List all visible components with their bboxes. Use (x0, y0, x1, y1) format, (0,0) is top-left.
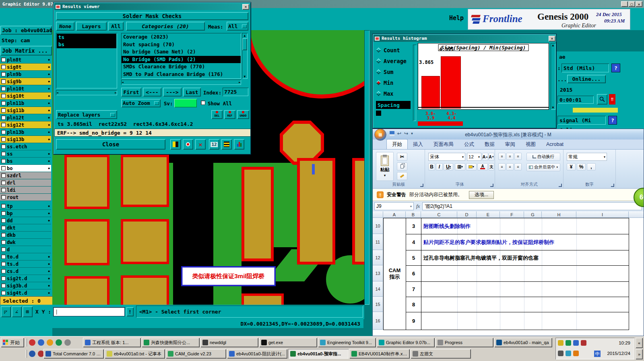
rv-category[interactable]: Coverage (2023) (122, 33, 241, 41)
task-button[interactable]: 左措文 (411, 349, 471, 359)
align-middle-button[interactable]: ≡ (506, 153, 514, 160)
comma-button[interactable]: , (587, 163, 596, 170)
layer-checkbox[interactable] (1, 204, 6, 208)
layer-row-dkb[interactable]: dkb (0, 232, 51, 239)
rv-category[interactable]: SMD to Pad Clearance Bridge (176) (122, 71, 241, 78)
side-units-box[interactable]: Std (Mils) (561, 64, 609, 72)
layer-row-cs.d[interactable]: cs.d◆ (0, 268, 51, 275)
layer-row-drl[interactable]: drl (0, 179, 51, 187)
task-button[interactable]: 工程系统 版本: 1... (83, 338, 141, 347)
rv-filter-none[interactable]: None (56, 22, 74, 31)
layer-row-bs[interactable]: bs◆ (0, 158, 51, 165)
rv-auto-zoom-dropdown[interactable]: Auto Zoom (121, 99, 161, 107)
borders-button[interactable]: ⊞▾ (455, 163, 465, 170)
rv-count-button[interactable]: 12 (209, 139, 219, 150)
col-header-I[interactable]: I (576, 211, 629, 218)
currency-button[interactable]: ¥ (567, 163, 576, 170)
rv-index-input[interactable]: 7725 (223, 88, 248, 96)
rv-last-button[interactable]: Last (183, 88, 201, 96)
histogram-bar-1[interactable] (421, 76, 440, 109)
layer-checkbox[interactable] (1, 195, 6, 199)
scroll-down-icon[interactable]: ▼ (242, 74, 248, 79)
font-size-combo[interactable]: 12▾ (467, 153, 481, 161)
layer-checkbox[interactable] (1, 226, 6, 230)
rv-layer-listbox[interactable]: ts bs (56, 33, 117, 88)
fx-icon[interactable]: fx (416, 203, 420, 209)
rv-close-button[interactable]: Close (56, 139, 165, 150)
cell-B15[interactable]: 8 (406, 297, 421, 312)
quick-launch-icon[interactable] (29, 351, 35, 357)
paste-button[interactable]: 粘贴 ▾ (376, 152, 394, 181)
dialog-launcher-icon[interactable] (611, 184, 614, 187)
layer-row-sig11b[interactable]: sig11b◆ (0, 107, 51, 114)
cut-button[interactable]: ✂ (397, 153, 407, 161)
hist-stat-average[interactable]: Average (377, 55, 412, 66)
select-all-corner[interactable] (373, 211, 383, 218)
formula-input[interactable]: '图2(fig2)'!A1 (422, 202, 642, 210)
align-top-button[interactable]: ≡ (498, 153, 506, 160)
row-header-13[interactable]: 13 (373, 265, 383, 281)
layer-row-szdrl[interactable]: szdrl (0, 172, 51, 179)
task-button-active[interactable]: eb4vu001a0-预审指... (288, 349, 349, 359)
tray-icon[interactable] (566, 351, 571, 356)
rv-category[interactable]: No Bridge (SMD Pads) (2) (122, 56, 241, 64)
tray-icon[interactable] (566, 340, 571, 346)
tray-icon[interactable] (581, 340, 586, 346)
xy-input[interactable]: | (53, 307, 125, 316)
col-header-C[interactable]: C (421, 211, 457, 218)
rv-layer-hscrollbar[interactable]: ◄► (56, 90, 117, 95)
col-header-E[interactable]: E (477, 211, 500, 218)
layer-row-ss.etch[interactable]: ss.etch (0, 143, 51, 150)
help-icon[interactable]: ? (608, 116, 617, 125)
quick-launch-icon[interactable] (47, 339, 53, 346)
layer-row-dwk[interactable]: dwk (0, 239, 51, 246)
number-format-combo[interactable]: 常规▾ (567, 153, 607, 161)
col-header-extra[interactable] (629, 211, 644, 218)
task-button[interactable]: Engineering Toolkit 9... (318, 338, 376, 347)
layer-checkbox[interactable] (1, 240, 6, 244)
cell-B13[interactable]: 6 (406, 265, 421, 282)
scroll-right-icon[interactable]: ► (239, 80, 241, 84)
job-matrix-button[interactable]: Job Matrix ... (0, 46, 52, 55)
col-header-D[interactable]: D (457, 211, 477, 218)
row-header-10[interactable]: 10 (373, 218, 383, 234)
pcb-vertical-scrollbar[interactable] (364, 30, 369, 305)
layer-row-rout[interactable]: rout (0, 194, 51, 201)
dialog-launcher-icon[interactable] (490, 184, 493, 187)
layer-row-ss[interactable]: ss◆ (0, 150, 51, 158)
tab-Acrobat[interactable]: Acrobat (541, 140, 569, 149)
close-icon[interactable]: ✕ (242, 4, 249, 10)
rv-first-button[interactable]: First (121, 88, 141, 96)
align-left-button[interactable]: ≡ (498, 163, 506, 170)
rv-histogram-button[interactable] (234, 139, 244, 150)
cell-A-merged[interactable]: CAM指示 (383, 218, 406, 330)
layer-checkbox[interactable] (1, 65, 6, 69)
layer-row-sig3b.d[interactable]: sig3b.d◆ (0, 282, 51, 289)
scroll-right-icon[interactable]: ► (115, 91, 117, 94)
scroll-thumb[interactable] (242, 38, 247, 50)
task-button[interactable]: Progress (436, 338, 493, 347)
rv-del-button[interactable]: DEL (211, 110, 223, 119)
layer-checkbox[interactable] (1, 173, 6, 178)
layer-checkbox[interactable] (1, 57, 6, 62)
excel-titlebar[interactable]: ⊞ ↩ ↪ ▾ eb4vu001a0-预审指示.xls [兼容模式] - M (373, 129, 644, 139)
online-button[interactable]: Online... (567, 75, 606, 83)
rv-mark-button[interactable] (183, 139, 193, 150)
layer-row-to.d[interactable]: to.d◆ (0, 253, 51, 260)
cell-C12[interactable]: 过孔非导电树脂塞孔并电镀填平，双面开窗的也塞 (421, 250, 629, 266)
layer-checkbox[interactable] (1, 188, 6, 192)
tray-icon[interactable] (573, 351, 579, 356)
histogram-divider[interactable] (413, 45, 416, 121)
rv-list-button[interactable] (221, 139, 232, 150)
tab-视图[interactable]: 视图 (520, 139, 541, 150)
align-bottom-button[interactable]: ≡ (514, 153, 522, 160)
measure-tool-button[interactable]: ∠ (12, 306, 22, 317)
rv-next-button[interactable]: ---> (163, 88, 182, 96)
quick-launch-icon[interactable] (38, 339, 44, 346)
layer-row-ldi[interactable]: ldi (0, 187, 51, 194)
hist-stat-max[interactable]: Max (377, 88, 412, 99)
layer-row-sig10t[interactable]: sig10t◆ (0, 92, 51, 100)
layer-row-sig2t.d[interactable]: sig2t.d◆ (0, 275, 51, 282)
start-button[interactable]: 开始 (1, 338, 24, 347)
layer-row-bp[interactable]: bp◆ (0, 210, 51, 217)
